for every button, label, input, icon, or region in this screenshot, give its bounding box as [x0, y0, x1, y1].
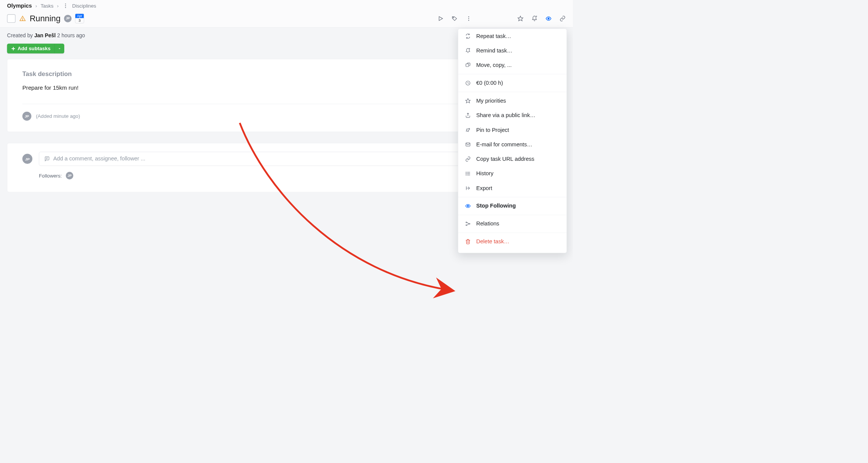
svg-point-1: [65, 5, 66, 6]
menu-move-copy[interactable]: Move, copy, ...: [458, 58, 567, 72]
assignee-avatar[interactable]: JP: [64, 15, 72, 22]
menu-cost[interactable]: €0 (0:00 h): [458, 76, 567, 90]
relations-icon: [465, 220, 471, 227]
clock-icon: [465, 80, 471, 86]
menu-copy-url[interactable]: Copy task URL address: [458, 152, 567, 166]
topbar: Olympics › Tasks › Disciplines Running J…: [0, 0, 573, 27]
created-ago: 2 hours ago: [56, 33, 85, 38]
tag-icon[interactable]: [451, 15, 458, 22]
star-icon: [465, 98, 471, 104]
bell-plus-icon[interactable]: [531, 15, 538, 22]
menu-label: Move, copy, ...: [476, 62, 512, 68]
menu-relations[interactable]: Relations: [458, 217, 567, 231]
add-subtasks-dropdown[interactable]: [55, 44, 64, 54]
svg-point-6: [453, 17, 454, 18]
menu-label: Relations: [476, 220, 499, 227]
revision-text: (Added minute ago): [36, 113, 80, 119]
svg-point-8: [468, 18, 469, 19]
svg-point-29: [466, 173, 466, 174]
svg-point-9: [468, 20, 469, 21]
menu-separator: [458, 74, 567, 75]
breadcrumb-disciplines[interactable]: Disciplines: [72, 3, 96, 9]
breadcrumb: Olympics › Tasks › Disciplines: [7, 3, 566, 9]
add-subtasks-button[interactable]: Add subtasks: [7, 44, 64, 54]
menu-separator: [458, 215, 567, 215]
warning-icon: [19, 15, 26, 22]
more-menu-icon[interactable]: [466, 15, 472, 22]
menu-label: History: [476, 170, 493, 177]
menu-label: Copy task URL address: [476, 156, 534, 162]
menu-label: Repeat task…: [476, 33, 511, 39]
menu-priorities[interactable]: My priorities: [458, 94, 567, 108]
menu-label: E-mail for comments…: [476, 141, 533, 148]
list-icon: [465, 170, 471, 177]
menu-label: Remind task…: [476, 48, 512, 54]
svg-point-30: [466, 175, 466, 175]
menu-export[interactable]: Export: [458, 181, 567, 195]
task-context-menu: Repeat task… Remind task… Move, copy, ..…: [458, 29, 567, 253]
task-title[interactable]: Running: [30, 14, 60, 23]
mail-icon: [465, 141, 471, 148]
svg-point-2: [65, 7, 66, 8]
breadcrumb-root[interactable]: Olympics: [7, 3, 32, 9]
menu-label: €0 (0:00 h): [476, 80, 503, 86]
menu-label: Delete task…: [476, 238, 509, 245]
svg-rect-20: [466, 64, 469, 67]
svg-marker-22: [466, 98, 470, 103]
task-complete-checkbox[interactable]: [7, 14, 15, 22]
caret-down-icon: [58, 47, 61, 50]
svg-rect-15: [12, 48, 15, 49]
move-icon: [465, 62, 471, 68]
created-author: Jan Pešl: [34, 33, 56, 38]
menu-pin[interactable]: Pin to Project: [458, 123, 567, 137]
followers-label: Followers:: [39, 173, 62, 178]
toolbar-right: [437, 15, 566, 22]
menu-repeat-task[interactable]: Repeat task…: [458, 29, 567, 43]
breadcrumb-tasks[interactable]: Tasks: [41, 3, 54, 9]
svg-point-33: [466, 225, 467, 225]
due-date-chip[interactable]: Apr 3: [75, 14, 84, 24]
plus-icon: [11, 46, 16, 51]
menu-share[interactable]: Share via a public link…: [458, 108, 567, 122]
menu-label: Share via a public link…: [476, 112, 536, 119]
svg-point-28: [466, 172, 466, 172]
play-icon[interactable]: [437, 15, 444, 22]
trash-icon: [465, 238, 471, 245]
chevron-right-icon: ›: [35, 3, 37, 9]
eye-icon: [465, 203, 471, 209]
menu-email[interactable]: E-mail for comments…: [458, 137, 567, 152]
due-month: Apr: [75, 14, 84, 18]
svg-point-32: [466, 222, 467, 223]
svg-point-0: [65, 3, 66, 4]
share-icon: [465, 112, 471, 119]
link-icon: [465, 156, 471, 162]
svg-point-34: [469, 224, 470, 224]
menu-remind-task[interactable]: Remind task…: [458, 43, 567, 58]
more-vertical-icon[interactable]: [62, 3, 68, 9]
menu-label: Stop Following: [476, 203, 516, 209]
star-icon[interactable]: [517, 15, 524, 22]
svg-marker-10: [518, 16, 523, 21]
task-title-row: Running JP Apr 3: [7, 14, 566, 24]
chevron-right-icon: ›: [57, 3, 59, 9]
speech-bubble-icon: [44, 156, 50, 162]
menu-stop-following[interactable]: Stop Following: [458, 199, 567, 213]
menu-history[interactable]: History: [458, 166, 567, 181]
menu-label: Export: [476, 185, 492, 191]
follower-avatar[interactable]: JP: [66, 172, 73, 179]
current-user-avatar[interactable]: JP: [22, 154, 32, 164]
repeat-icon: [465, 33, 471, 39]
bell-icon: [465, 48, 471, 54]
menu-label: Pin to Project: [476, 127, 509, 133]
revision-avatar[interactable]: JP: [22, 112, 32, 121]
eye-icon[interactable]: [545, 15, 552, 22]
due-day: 3: [75, 18, 84, 23]
svg-point-7: [468, 16, 469, 17]
link-icon[interactable]: [559, 15, 566, 22]
comment-placeholder: Add a comment, assignee, follower ...: [53, 155, 145, 162]
svg-marker-5: [439, 16, 442, 21]
menu-delete[interactable]: Delete task…: [458, 234, 567, 249]
svg-point-13: [548, 18, 549, 19]
svg-point-4: [22, 19, 23, 20]
menu-separator: [458, 233, 567, 233]
